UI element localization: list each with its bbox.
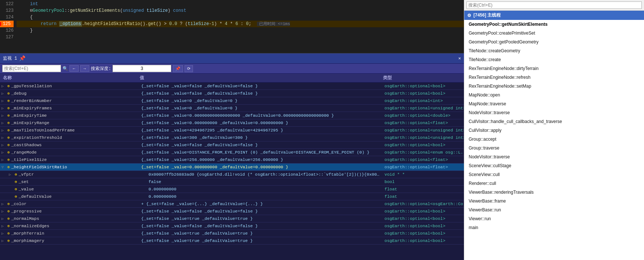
stack-item-12[interactable]: CullVisitor::handle_cull_callbacks_and_t… (464, 117, 644, 126)
watch-search-input[interactable] (2, 65, 61, 72)
expand-icon[interactable] (9, 180, 13, 184)
stack-item-13[interactable]: CullVisitor::apply (464, 126, 644, 135)
stack-item-4[interactable]: TileNode::createGeometry (464, 46, 644, 55)
stack-item-7[interactable]: RexTerrainEngineNode::refresh (464, 73, 644, 82)
stack-item-10[interactable]: MapNode::traverse (464, 99, 644, 108)
stack-item-18[interactable]: SceneView::cull (464, 170, 644, 179)
table-row[interactable]: ▷ ⊕ _minExpiryFrames {_set=false _value=… (0, 105, 464, 112)
expand-icon[interactable]: ▷ (1, 91, 6, 96)
stack-item-15[interactable]: Group::traverse (464, 144, 644, 152)
stack-item-2[interactable]: GeometryPool::createPrimitiveSet (464, 29, 644, 38)
var-name: _set (19, 179, 29, 184)
back-btn[interactable]: ← (69, 65, 79, 72)
expand-icon[interactable]: ▷ (1, 202, 6, 206)
row-value-8: {_set=false _value=300 _defaultValue=300… (140, 134, 383, 141)
line-num-126: 126 (0, 27, 14, 34)
search-icon[interactable]: 🔍 (62, 66, 68, 71)
stack-item-1[interactable]: GeometryPool::getNumSkirtElements (464, 20, 644, 29)
expand-icon[interactable]: ▷ (1, 113, 6, 118)
watch-columns: 名称 值 类型 (0, 74, 464, 82)
var-name: _vfptr (19, 172, 34, 177)
prop-icon: ⊕ (7, 143, 10, 147)
stack-item-14[interactable]: Group::accept (464, 135, 644, 144)
stack-item-22[interactable]: ViewerBase::run (464, 205, 644, 214)
expand-icon[interactable]: ▷ (9, 172, 13, 177)
expand-icon[interactable]: ▷ (1, 231, 6, 236)
row-type-19: osgEarth::optional<bool> (383, 215, 464, 222)
depth-input[interactable] (112, 65, 171, 72)
stack-item-19[interactable]: Renderer::cull (464, 179, 644, 188)
line-num-124: 124 (0, 14, 14, 21)
line-num-127: 127 (0, 34, 14, 41)
stack-item-5[interactable]: TileNode::create (464, 55, 644, 64)
table-row[interactable]: ▷ ⊕ _morphimagery {_set=false _value=tru… (0, 237, 464, 245)
table-row[interactable]: ▷ ⊕ _vfptr 0x00007ffb26883ad0 {osgEarthd… (0, 171, 464, 178)
expand-icon[interactable]: ▷ (1, 106, 6, 110)
table-row[interactable]: ⊕ _defaultValue 0.000000000 float (0, 193, 464, 200)
expand-icon[interactable]: ▷ (1, 150, 6, 155)
expand-icon[interactable]: ▷ (1, 143, 6, 147)
expand-icon[interactable]: ▽ (1, 165, 6, 169)
table-row[interactable]: ▷ ⊕ _tilePixelSize {_set=false _value=25… (0, 156, 464, 164)
row-type-13: void * * (383, 171, 464, 178)
expand-icon[interactable]: ▷ (1, 239, 6, 243)
table-row[interactable]: ▷ ⊕ _maxTilesToUnloadPerFrame {_set=fals… (0, 127, 464, 134)
stack-item-24[interactable]: main (464, 223, 644, 232)
prop-icon: ⊕ (7, 120, 10, 125)
stack-item-20[interactable]: ViewerBase::renderingTraversals (464, 188, 644, 197)
table-row[interactable]: ▽ ⊕ _heightFieldSkirtRatio {_set=false _… (0, 164, 464, 171)
expand-icon[interactable]: ▷ (1, 136, 6, 140)
row-name-21: ▷ ⊕ _morphTerrain (0, 230, 140, 236)
refresh-btn[interactable]: ⟳ (185, 65, 193, 72)
expand-icon[interactable] (9, 187, 13, 191)
table-row[interactable]: ⊕ _value 0.000000000 float (0, 186, 464, 193)
table-row[interactable]: ▷ ⊕ _minExpiryTime {_set=false _value=0.… (0, 112, 464, 119)
table-row[interactable]: ▷ ⊕ _normalMaps {_set=false _value=true … (0, 215, 464, 222)
table-row[interactable]: ▷ ⊕ _normalizeEdges {_set=false _value=f… (0, 222, 464, 230)
table-row[interactable]: ⊕ _set false bool (0, 178, 464, 186)
expand-icon[interactable]: ▷ (1, 217, 6, 221)
expand-icon[interactable]: ▷ (1, 209, 6, 214)
row-type-20: osgEarth::optional<bool> (383, 223, 464, 229)
stack-item-8[interactable]: RexTerrainEngineNode::setMap (464, 82, 644, 91)
pin-btn[interactable]: 📌 (173, 65, 183, 72)
row-name-2: ▷ ⊕ _debug (0, 90, 140, 96)
forward-btn[interactable]: → (80, 65, 89, 72)
var-name: _morphimagery (11, 238, 44, 243)
table-row[interactable]: ▷ ⊕ _morphTerrain {_set=false _value=tru… (0, 230, 464, 237)
prop-icon: ⊕ (7, 231, 10, 236)
table-row[interactable]: ▷ ⊕ _debug {_set=false _value=false _def… (0, 90, 464, 97)
table-row[interactable]: ▷ ⊕ _rangeMode {_set=false _value=DISTAN… (0, 149, 464, 156)
expand-icon[interactable]: ▷ (1, 128, 6, 133)
stack-item-3[interactable]: GeometryPool::getPooledGeometry (464, 38, 644, 46)
watch-rows[interactable]: ▷ ⊕ _gpuTessellation {_set=false _value=… (0, 82, 464, 260)
row-value-19: {_set=false _value=true _defaultValue=tr… (140, 215, 383, 222)
table-row[interactable]: ▷ ⊕ _gpuTessellation {_set=false _value=… (0, 82, 464, 90)
close-btn[interactable]: ✕ (458, 56, 461, 61)
table-row[interactable]: ▷ ⊕ _progressive {_set=false _value=fals… (0, 208, 464, 215)
prop-icon: ⊕ (7, 106, 10, 110)
stack-item-23[interactable]: Viewer::run (464, 214, 644, 223)
stack-item-21[interactable]: ViewerBase::frame (464, 197, 644, 205)
table-row[interactable]: ▷ ⊕ _expirationThreshold {_set=false _va… (0, 134, 464, 141)
expand-icon[interactable]: ▷ (1, 224, 6, 228)
expand-icon[interactable]: ▷ (1, 99, 6, 103)
stack-item-9[interactable]: MapNode::open (464, 91, 644, 99)
row-name-3: ▷ ⊕ _renderBinNumber (0, 98, 140, 104)
stack-item-17[interactable]: SceneView::cullStage (464, 161, 644, 170)
expand-icon[interactable] (9, 194, 13, 198)
table-row[interactable]: ▷ ⊕ _color + {_set=false _value={...} _d… (0, 200, 464, 208)
call-stack-list[interactable]: GeometryPool::getNumSkirtElements Geomet… (464, 20, 644, 260)
expand-icon[interactable]: ▷ (1, 121, 6, 125)
stack-item-11[interactable]: NodeVisitor::traverse (464, 108, 644, 117)
table-row[interactable]: ▷ ⊕ _renderBinNumber {_set=false _value=… (0, 97, 464, 105)
row-name-18: ▷ ⊕ _progressive (0, 208, 140, 214)
expand-icon[interactable]: ▷ (1, 158, 6, 162)
stack-item-6[interactable]: RexTerrainEngineNode::dirtyTerrain (464, 64, 644, 73)
table-row[interactable]: ▷ ⊕ _minExpiryRange {_set=false _value=0… (0, 119, 464, 127)
stack-item-16[interactable]: NodeVisitor::traverse (464, 152, 644, 161)
expand-icon[interactable]: ▷ (1, 84, 6, 88)
row-name-7: ▷ ⊕ _maxTilesToUnloadPerFrame (0, 127, 140, 133)
table-row[interactable]: ▷ ⊕ _castShadows {_set=false _value=fals… (0, 141, 464, 149)
call-stack-search-input[interactable] (466, 1, 642, 9)
